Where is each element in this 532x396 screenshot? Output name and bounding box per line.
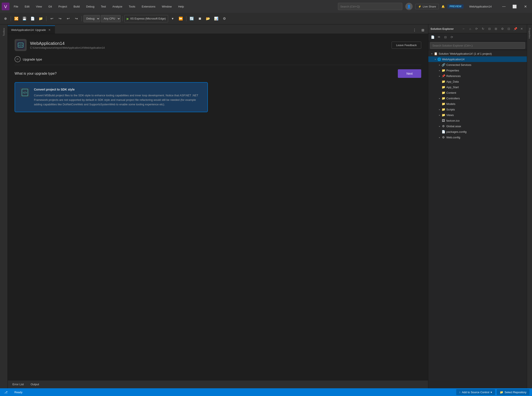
- menu-analyze[interactable]: Analyze: [109, 4, 125, 9]
- chevron-icon: ▸: [438, 113, 441, 117]
- tree-item-label: packages.config: [446, 130, 467, 134]
- live-share-button[interactable]: ⚡ Live Share: [415, 4, 439, 9]
- se-back-btn[interactable]: ←: [461, 26, 467, 32]
- se-pin-btn[interactable]: 📌: [512, 26, 518, 32]
- stop-btn[interactable]: ⏹: [196, 15, 204, 22]
- tree-item[interactable]: ▾📋Solution 'WebApplication14' (1 of 1 pr…: [428, 51, 527, 56]
- menu-file[interactable]: File: [11, 4, 21, 9]
- option-card[interactable]: </> Convert project to SDK style Convert…: [15, 82, 208, 112]
- se-close-btn[interactable]: ✕: [519, 26, 525, 32]
- redo-btn[interactable]: ↪: [56, 15, 64, 22]
- se-toolbar: 📄 👁 ⊟ ⟳: [428, 33, 527, 41]
- tree-item[interactable]: ▸📁Properties: [428, 68, 527, 73]
- attach-btn[interactable]: ⏩: [177, 15, 184, 22]
- se-settings-btn[interactable]: ⚙: [499, 26, 505, 32]
- tree-item[interactable]: ▸📁Scripts: [428, 107, 527, 112]
- notification-icon[interactable]: 🔔: [441, 5, 445, 8]
- menu-git[interactable]: Git: [45, 4, 55, 9]
- menu-window[interactable]: Window: [159, 4, 175, 9]
- se-filter-btn[interactable]: ⊡: [506, 26, 512, 32]
- option-description: Convert MSBuild project files to the SDK…: [34, 93, 202, 107]
- leave-feedback-button[interactable]: Leave Feedback: [392, 42, 421, 49]
- se-header-buttons: ← ⌂ ⟳ ↻ ⊟ ⊞ ⚙ ⊡ 📌 ✕: [461, 26, 525, 32]
- tab-overflow-btn[interactable]: ⊞: [419, 26, 426, 34]
- tree-item[interactable]: 🖼favicon.ico: [428, 118, 527, 123]
- restart-btn[interactable]: 🔄: [188, 15, 195, 22]
- se-sync-btn[interactable]: ⟳: [474, 26, 480, 32]
- platform-config-select[interactable]: Any CPU: [101, 15, 121, 22]
- tree-item[interactable]: 📄packages.config: [428, 129, 527, 134]
- tree-item[interactable]: ▸🔗Connected Services: [428, 62, 527, 68]
- menu-project[interactable]: Project: [55, 4, 70, 9]
- browse-btn[interactable]: 📂: [204, 15, 212, 22]
- menu-test[interactable]: Test: [98, 4, 109, 9]
- tab-close-button[interactable]: ✕: [48, 28, 52, 32]
- tree-item[interactable]: ▸⚙Web.config: [428, 134, 527, 140]
- upgrade-tab[interactable]: WebApplication14: Upgrade ✕: [8, 25, 55, 34]
- se-search-container: [428, 41, 527, 50]
- title-search-input[interactable]: [338, 3, 402, 10]
- chevron-icon: ▾: [433, 58, 437, 61]
- tree-item[interactable]: 📁App_Start: [428, 84, 527, 90]
- menu-extensions[interactable]: Extensions: [139, 4, 159, 9]
- tree-item[interactable]: ▸📌References: [428, 73, 527, 79]
- se-pending-btn[interactable]: ⟳: [449, 34, 455, 40]
- menu-help[interactable]: Help: [175, 4, 187, 9]
- tree-item[interactable]: ▾🌐WebApplication14: [428, 56, 527, 62]
- menu-debug[interactable]: Debug: [83, 4, 97, 9]
- tree-item-label: Global.asax: [446, 125, 461, 128]
- tree-item-icon: 📁: [441, 91, 445, 95]
- git-branch-icon[interactable]: ⎇: [3, 390, 9, 394]
- tree-item[interactable]: 📁Content: [428, 90, 527, 95]
- tree-item[interactable]: 📁Models: [428, 101, 527, 107]
- select-repository-button[interactable]: 📁 Select Repository: [497, 389, 529, 395]
- debug-config-select[interactable]: Debug: [83, 15, 100, 22]
- se-search-input[interactable]: [430, 42, 525, 49]
- redo2-btn[interactable]: ↪: [73, 15, 80, 22]
- menu-view[interactable]: View: [33, 4, 45, 9]
- se-expand-btn[interactable]: ⊞: [493, 26, 499, 32]
- close-button[interactable]: ✕: [520, 3, 530, 10]
- new-project-btn[interactable]: ⊕: [2, 15, 9, 22]
- save-btn[interactable]: 💾: [21, 15, 28, 22]
- tree-item[interactable]: ▸📁Views: [428, 112, 527, 118]
- file-mgr-btn[interactable]: 📁: [37, 15, 44, 22]
- perf-btn[interactable]: 📊: [213, 15, 220, 22]
- add-to-source-control-button[interactable]: ↑ Add to Source Control ▾: [456, 389, 495, 395]
- menu-tools[interactable]: Tools: [126, 4, 138, 9]
- se-refresh-btn[interactable]: ↻: [480, 26, 486, 32]
- error-list-tab[interactable]: Error List: [9, 382, 27, 387]
- tree-item-icon: 🔗: [441, 63, 445, 67]
- minimize-button[interactable]: —: [499, 3, 509, 10]
- output-tab[interactable]: Output: [28, 382, 42, 387]
- tab-list-btn[interactable]: ⋮: [411, 26, 418, 34]
- run-button[interactable]: ▶ IIS Express (Microsoft Edge): [124, 15, 168, 22]
- tree-item[interactable]: ▸📁Controllers: [428, 95, 527, 101]
- se-mode-btn[interactable]: ⊟: [443, 34, 449, 40]
- menu-build[interactable]: Build: [71, 4, 83, 9]
- undo2-btn[interactable]: ↩: [65, 15, 72, 22]
- repo-icon: 📁: [500, 391, 503, 394]
- menu-edit[interactable]: Edit: [22, 4, 32, 9]
- option-card-content: Convert project to SDK style Convert MSB…: [34, 88, 202, 107]
- run-dropdown-btn[interactable]: ▾: [169, 15, 176, 22]
- avatar[interactable]: 👤: [405, 3, 413, 10]
- save-all-btn[interactable]: 📄: [29, 15, 36, 22]
- maximize-button[interactable]: ⬜: [510, 3, 520, 10]
- tree-item-label: Content: [446, 91, 456, 94]
- tree-item[interactable]: ▸⚙Global.asax: [428, 123, 527, 129]
- tree-item[interactable]: 📁App_Data: [428, 79, 527, 84]
- tree-item-icon: 🌐: [437, 57, 441, 61]
- se-home-btn[interactable]: ⌂: [467, 26, 473, 32]
- source-control-btn[interactable]: 🔀: [13, 15, 20, 22]
- chevron-icon: [438, 91, 441, 94]
- undo-btn[interactable]: ↩: [48, 15, 55, 22]
- settings-btn[interactable]: ⚙: [221, 15, 228, 22]
- tab-bar: WebApplication14: Upgrade ✕ ⋮ ⊞: [8, 24, 428, 34]
- se-view-btn[interactable]: 👁: [436, 34, 442, 40]
- status-bar: ⎇ Ready ↑ Add to Source Control ▾ 📁 Sele…: [0, 388, 532, 396]
- chevron-icon: ▾: [430, 52, 433, 55]
- next-button[interactable]: Next: [398, 69, 421, 78]
- se-show-all-btn[interactable]: 📄: [430, 34, 436, 40]
- se-collapse-btn[interactable]: ⊟: [486, 26, 492, 32]
